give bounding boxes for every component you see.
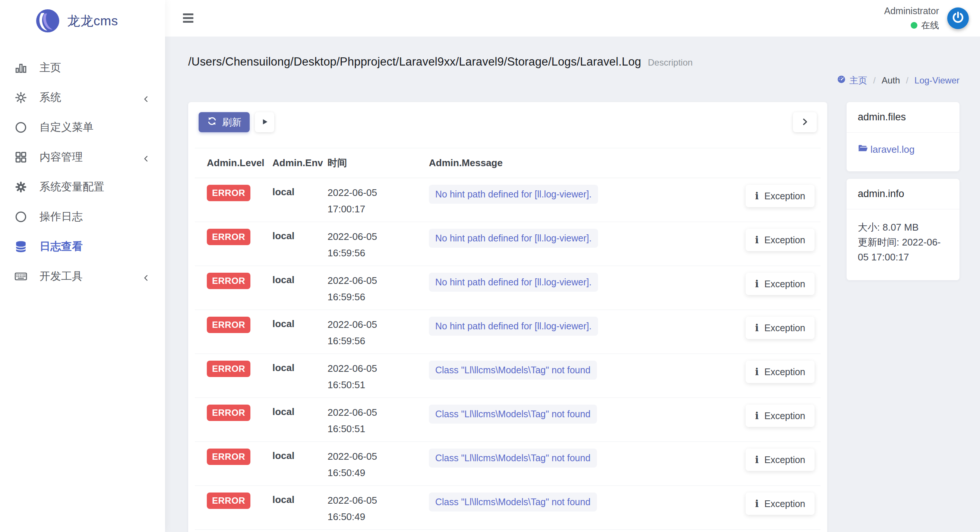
action-cell: i Exception <box>734 442 821 486</box>
message-cell: Class "Ll\llcms\Models\Tag" not found <box>429 486 734 530</box>
circle-icon <box>14 121 27 134</box>
log-table-row: ERROR local 2022-06-05 16:59:56 No hint … <box>195 310 821 354</box>
info-icon: i <box>755 322 759 333</box>
next-page-button[interactable] <box>793 112 817 132</box>
sidebar-item-label: 操作日志 <box>40 210 83 224</box>
sidebar-item-label: 日志查看 <box>40 239 83 254</box>
action-cell: i Exception <box>734 354 821 398</box>
env-cell: local <box>272 398 328 442</box>
sidebar-item-op-log[interactable]: 操作日志 <box>0 202 165 232</box>
exception-button[interactable]: i Exception <box>746 492 815 515</box>
file-size: 大小: 8.07 MB <box>858 220 948 235</box>
exception-button[interactable]: i Exception <box>746 273 815 295</box>
col-header-action <box>734 148 821 178</box>
message-cell: No hint path defined for [ll.log-viewer]… <box>429 222 734 266</box>
time-cell: 2022-06-05 16:50:51 <box>328 398 429 442</box>
time-cell: 2022-06-05 16:59:56 <box>328 266 429 310</box>
play-icon <box>260 117 269 128</box>
log-time: 16:59:56 <box>328 335 429 347</box>
sidebar-item-label: 内容管理 <box>40 150 83 165</box>
log-message-link[interactable]: Class "Ll\llcms\Models\Tag" not found <box>429 405 597 424</box>
exception-button[interactable]: i Exception <box>746 229 815 251</box>
env-cell: local <box>272 442 328 486</box>
log-message-link[interactable]: No hint path defined for [ll.log-viewer]… <box>429 273 598 292</box>
files-card: admin.files laravel.log <box>846 102 959 172</box>
log-date: 2022-06-05 <box>328 317 429 330</box>
message-cell: Class "Ll\llcms\Models\Tag" not found <box>429 354 734 398</box>
time-cell: 2022-06-05 16:59:56 <box>328 310 429 354</box>
breadcrumb: 主页 / Auth / Log-Viewer <box>188 75 959 86</box>
env-cell: local <box>272 354 328 398</box>
refresh-button[interactable]: 刷新 <box>199 112 250 132</box>
error-badge: ERROR <box>207 405 250 421</box>
exception-button[interactable]: i Exception <box>746 449 815 471</box>
info-card: admin.info 大小: 8.07 MB 更新时间: 2022-06-05 … <box>846 179 959 280</box>
log-date: 2022-06-05 <box>328 449 429 462</box>
message-cell: Class "Database\Factories\App\Models\Art… <box>429 530 734 532</box>
database-icon <box>14 240 27 253</box>
breadcrumb-home-link[interactable]: 主页 <box>837 75 867 86</box>
level-cell: ERROR <box>195 354 272 398</box>
exception-button[interactable]: i Exception <box>746 405 815 427</box>
right-panel: admin.files laravel.log admin.info <box>846 102 959 287</box>
env-cell: local <box>272 530 328 532</box>
sidebar-item-log-viewer[interactable]: 日志查看 <box>0 232 165 262</box>
error-badge: ERROR <box>207 185 250 201</box>
exception-button[interactable]: i Exception <box>746 317 815 339</box>
log-message-link[interactable]: No hint path defined for [ll.log-viewer]… <box>429 185 598 204</box>
chart-bar-icon <box>14 61 27 75</box>
time-cell: 2022-06-05 16:50:49 <box>328 442 429 486</box>
sidebar-item-dev-tools[interactable]: 开发工具 <box>0 262 165 291</box>
brand-logo-icon <box>36 9 60 33</box>
log-message-link[interactable]: Class "Ll\llcms\Models\Tag" not found <box>429 492 597 511</box>
files-card-title: admin.files <box>846 102 959 133</box>
sidebar-item-home[interactable]: 主页 <box>0 53 165 83</box>
breadcrumb-current[interactable]: Log-Viewer <box>915 75 959 86</box>
message-cell: No hint path defined for [ll.log-viewer]… <box>429 266 734 310</box>
exception-label: Exception <box>764 411 805 421</box>
level-cell: ERROR <box>195 310 272 354</box>
exception-label: Exception <box>764 454 805 465</box>
log-time: 17:00:17 <box>328 203 429 215</box>
page-title: /Users/Chensuilong/Desktop/Phpproject/La… <box>188 55 641 68</box>
error-badge: ERROR <box>207 492 250 509</box>
sidebar-item-label: 系统变量配置 <box>40 179 104 194</box>
circle-icon <box>14 210 27 224</box>
exception-label: Exception <box>764 367 805 377</box>
file-name: laravel.log <box>870 144 915 156</box>
exception-button[interactable]: i Exception <box>746 185 815 207</box>
sidebar-item-system[interactable]: 系统 <box>0 83 165 113</box>
col-header-message: Admin.Message <box>429 148 734 178</box>
chevron-left-icon <box>142 272 150 281</box>
action-cell: i Exception <box>734 530 821 532</box>
log-message-link[interactable]: Class "Ll\llcms\Models\Tag" not found <box>429 449 597 468</box>
message-cell: No hint path defined for [ll.log-viewer]… <box>429 178 734 222</box>
log-message-link[interactable]: No hint path defined for [ll.log-viewer]… <box>429 317 598 336</box>
sidebar-item-system-vars[interactable]: 系统变量配置 <box>0 172 165 202</box>
log-message-link[interactable]: No hint path defined for [ll.log-viewer]… <box>429 229 598 248</box>
env-cell: local <box>272 178 328 222</box>
sidebar-item-content[interactable]: 内容管理 <box>0 142 165 172</box>
log-message-link[interactable]: Class "Ll\llcms\Models\Tag" not found <box>429 360 597 380</box>
log-table: Admin.Level Admin.Env 时间 Admin.Message E… <box>195 148 821 532</box>
user-meta: Administrator 在线 <box>884 6 939 31</box>
time-cell: 2022-06-05 16:59:56 <box>328 222 429 266</box>
time-cell: 2022-06-05 17:00:17 <box>328 178 429 222</box>
action-cell: i Exception <box>734 266 821 310</box>
log-card: 刷新 <box>188 102 827 532</box>
gear-solid-icon <box>14 180 27 194</box>
message-cell: No hint path defined for [ll.log-viewer]… <box>429 310 734 354</box>
level-cell: ERROR <box>195 398 272 442</box>
avatar[interactable] <box>947 8 969 29</box>
hamburger-icon[interactable] <box>183 12 196 24</box>
env-cell: local <box>272 266 328 310</box>
play-button[interactable] <box>255 112 274 132</box>
exception-button[interactable]: i Exception <box>746 360 815 383</box>
action-cell: i Exception <box>734 310 821 354</box>
file-link-laravel-log[interactable]: laravel.log <box>858 143 948 156</box>
brand[interactable]: 龙龙cms <box>0 0 165 36</box>
chevron-right-icon <box>800 117 810 128</box>
sidebar-item-custom-menu[interactable]: 自定义菜单 <box>0 113 165 142</box>
log-date: 2022-06-05 <box>328 229 429 243</box>
time-cell: 2022-06-05 16:29:00 <box>328 530 429 532</box>
